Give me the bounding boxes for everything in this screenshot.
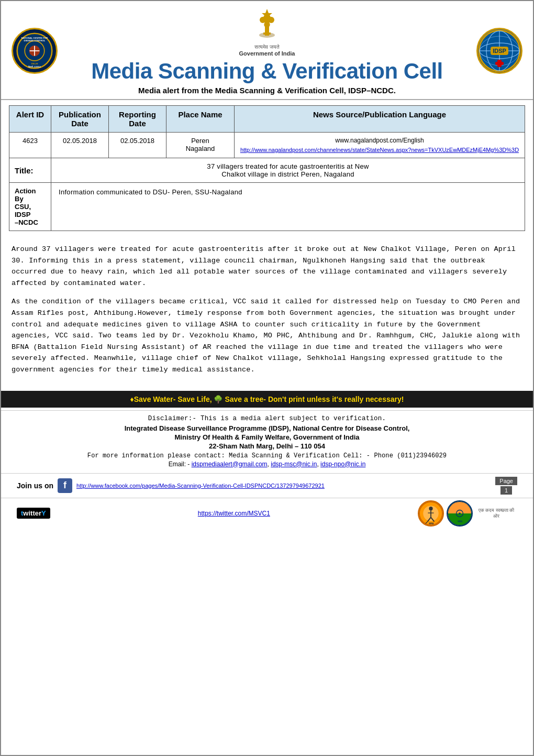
svg-point-40 bbox=[459, 512, 461, 514]
body-section: Around 37 villagers were treated for acu… bbox=[1, 236, 533, 388]
svg-rect-11 bbox=[263, 32, 271, 35]
header-center: सत्यमेव जयते Government of India Media S… bbox=[58, 6, 476, 95]
svg-text:DELHI: DELHI bbox=[31, 62, 38, 65]
main-title: Media Scanning & Verification Cell bbox=[91, 59, 443, 84]
email2-link[interactable]: idsp-msc@nic.in bbox=[271, 461, 317, 468]
place-name-cell: Peren Nagaland bbox=[166, 133, 235, 158]
alert-id-cell: 4623 bbox=[9, 133, 51, 158]
swachh-caption: एक कदम स्वच्छता की ओर bbox=[475, 508, 517, 519]
email-label: Email: - bbox=[169, 461, 190, 468]
svg-point-31 bbox=[429, 507, 432, 510]
page-number: 1 bbox=[500, 486, 512, 495]
facebook-icon: f bbox=[58, 478, 72, 493]
reporting-date-cell: 02.05.2018 bbox=[109, 133, 166, 158]
action-text-cell: Information communicated to DSU- Peren, … bbox=[51, 183, 525, 231]
ncdc-logo: NATIONAL CENTRE FOR DISEASE CONTROL DELH… bbox=[12, 28, 58, 74]
body-paragraph-2: As the condition of the villagers became… bbox=[12, 296, 522, 375]
page-header: NATIONAL CENTRE FOR DISEASE CONTROL DELH… bbox=[1, 1, 533, 100]
svg-text:DISEASE CONTROL: DISEASE CONTROL bbox=[24, 39, 46, 42]
title-label-cell: Title: bbox=[9, 158, 51, 183]
main-title-row: Media Scanning & Verification Cell bbox=[91, 59, 443, 84]
col-place-name: Place Name bbox=[166, 106, 235, 133]
table-row: 4623 02.05.2018 02.05.2018 Peren Nagalan… bbox=[9, 133, 525, 158]
social-row-facebook: Join us on f http://www.facebook.com/pag… bbox=[1, 473, 533, 498]
col-alert-id: Alert ID bbox=[9, 106, 51, 133]
news-source-link[interactable]: http://www.nagalandpost.com/channelnews/… bbox=[240, 147, 519, 153]
page-badge-area: Page 1 bbox=[495, 477, 517, 495]
twitter-row: twitterY https://twitter.com/MSVC1 स्वच्… bbox=[1, 498, 533, 529]
email-line: Email: - idspmediaalert@gmail.com, idsp-… bbox=[9, 461, 525, 468]
footer-bold-line3: 22-Sham Nath Marg, Delhi – 110 054 bbox=[9, 442, 525, 450]
disclaimer: Disclaimer:- This is a media alert subje… bbox=[9, 415, 525, 422]
svg-text:स्वच्छ: स्वच्छ bbox=[428, 522, 433, 525]
col-publication-date: PublicationDate bbox=[51, 106, 109, 133]
title-content-cell: 37 villagers treated for acute gastroent… bbox=[51, 158, 525, 183]
footer-bold-line2: Ministry Of Health & Family Welfare, Gov… bbox=[9, 433, 525, 441]
join-us-section: Join us on f http://www.facebook.com/pag… bbox=[17, 478, 325, 493]
twitter-link[interactable]: https://twitter.com/MSVC1 bbox=[198, 510, 270, 517]
news-source-cell: www.nagalandpost.com/English http://www.… bbox=[235, 133, 525, 158]
footer-bold-line1: Integrated Disease Surveillance Programm… bbox=[9, 424, 525, 432]
emblem-caption: सत्यमेव जयते Government of India bbox=[239, 44, 295, 57]
col-news-source: News Source/Publication Language bbox=[235, 106, 525, 133]
banner-text: ♦Save Water- Save Life, 🌳 Save a tree- D… bbox=[130, 395, 404, 403]
publication-date-cell: 02.05.2018 bbox=[51, 133, 109, 158]
svg-text:भारत: भारत bbox=[457, 520, 462, 523]
table-section: Alert ID PublicationDate ReportingDate P… bbox=[1, 100, 533, 236]
action-label-cell: Action By CSU, IDSP –NCDC bbox=[9, 183, 51, 231]
col-reporting-date: ReportingDate bbox=[109, 106, 166, 133]
email3-link[interactable]: idsp-npo@nic.in bbox=[320, 461, 365, 468]
join-us-label: Join us on bbox=[17, 481, 53, 490]
svg-text:NATIONAL CENTRE FOR: NATIONAL CENTRE FOR bbox=[21, 36, 48, 39]
india-logo: भारत bbox=[447, 500, 473, 527]
title-row: Title: 37 villagers treated for acute ga… bbox=[9, 158, 525, 183]
footer-info: Disclaimer:- This is a media alert subje… bbox=[1, 410, 533, 473]
facebook-link[interactable]: http://www.facebook.com/pages/Media-Scan… bbox=[76, 483, 325, 489]
twitter-logo: twitterY bbox=[17, 508, 50, 519]
svg-text:दिल्ली-110054: दिल्ली-110054 bbox=[28, 65, 41, 68]
body-paragraph-1: Around 37 villagers were treated for acu… bbox=[12, 244, 522, 289]
swachh-logo: स्वच्छ bbox=[418, 500, 444, 527]
table-header-row: Alert ID PublicationDate ReportingDate P… bbox=[9, 106, 525, 133]
svg-text:IDSP: IDSP bbox=[493, 48, 506, 54]
page-label: Page bbox=[495, 477, 517, 485]
action-row: Action By CSU, IDSP –NCDC Information co… bbox=[9, 183, 525, 231]
header-top-row: NATIONAL CENTRE FOR DISEASE CONTROL DELH… bbox=[12, 6, 522, 95]
subtitle: Media alert from the Media Scanning & Ve… bbox=[138, 86, 396, 95]
swachh-bharat-area: स्वच्छ भारत एक कदम स्वच्छता की ओर bbox=[418, 500, 517, 527]
globe-logo: IDSP bbox=[476, 28, 522, 74]
footer-banner: ♦Save Water- Save Life, 🌳 Save a tree- D… bbox=[1, 391, 533, 408]
twitter-brand: twitterY bbox=[17, 508, 50, 519]
alert-table: Alert ID PublicationDate ReportingDate P… bbox=[9, 105, 525, 231]
india-emblem bbox=[249, 6, 285, 43]
contact-line: For more information please contact: Med… bbox=[9, 452, 525, 459]
email1-link[interactable]: idspmediaalert@gmail.com bbox=[192, 461, 268, 468]
svg-rect-28 bbox=[495, 62, 504, 65]
